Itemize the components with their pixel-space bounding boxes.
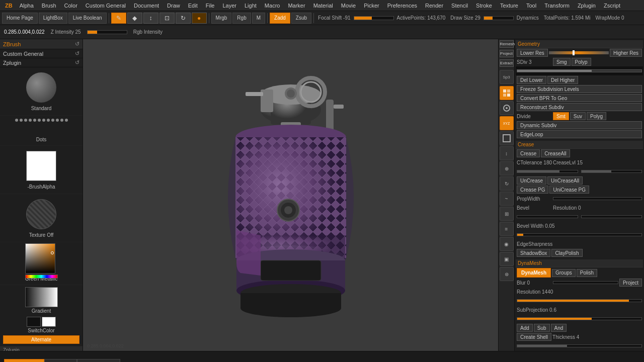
custom-general-refresh[interactable]: ↺	[75, 50, 79, 57]
loop-icon[interactable]	[500, 101, 514, 115]
prop-width-slider[interactable]	[553, 197, 642, 200]
rotate-icon[interactable]: ↻	[176, 13, 191, 24]
higher-res-button[interactable]: Higher Res	[610, 49, 642, 57]
menu-document[interactable]: Document	[130, 2, 163, 10]
reconstruct-subdiv-button[interactable]: Reconstruct Subdiv	[517, 103, 642, 111]
dynamesh-button[interactable]: DynaMesh	[517, 268, 551, 278]
tab-live-boolean[interactable]: Live Boolean	[77, 359, 120, 363]
sub-button[interactable]: Sub	[534, 324, 550, 332]
menu-texture[interactable]: Texture	[496, 2, 522, 10]
resolution-slider[interactable]	[581, 215, 642, 218]
suv-button[interactable]: Suv	[570, 112, 586, 120]
menu-macro[interactable]: Macro	[261, 2, 284, 10]
lightbox-button[interactable]: LightBox	[39, 13, 67, 24]
del-lower-button[interactable]: Del Lower	[517, 76, 546, 84]
gizmoxyz-icon[interactable]: XYZ	[500, 116, 514, 130]
menu-stencil[interactable]: Stencil	[447, 2, 472, 10]
menu-render[interactable]: Render	[421, 2, 447, 10]
crease-all-button[interactable]: CreaseAll	[541, 149, 570, 157]
spc-icon[interactable]: ⊛	[500, 267, 514, 281]
live-boolean-button[interactable]: Live Boolean	[68, 13, 107, 24]
dynamic-subdiv-button[interactable]: Dynamic Subdiv	[517, 121, 642, 129]
menu-marker[interactable]: Marker	[284, 2, 309, 10]
zsub-button[interactable]: Zsub	[291, 13, 311, 24]
menu-transform[interactable]: Transform	[540, 2, 574, 10]
clay-polish-button[interactable]: ClayPolish	[551, 249, 582, 257]
project-button-dyn[interactable]: Project	[619, 279, 642, 287]
tab-home[interactable]: Home Page	[4, 359, 44, 363]
alternate-button[interactable]: Alternate	[3, 335, 79, 344]
ctolerance-slider[interactable]	[517, 170, 578, 173]
remesh-button[interactable]: Remesh	[500, 40, 514, 48]
menu-movie[interactable]: Movie	[337, 2, 360, 10]
draw-icon[interactable]: ◆	[127, 13, 142, 24]
menu-picker[interactable]: Picker	[360, 2, 383, 10]
shadow-box-button[interactable]: ShadowBox	[517, 249, 550, 257]
frame-icon[interactable]	[500, 131, 514, 145]
smg-button[interactable]: Smg	[553, 58, 571, 66]
zplugin-refresh[interactable]: ↺	[75, 59, 79, 66]
dynamesh-title[interactable]: DynaMesh	[516, 259, 643, 267]
smt-button[interactable]: Smt	[553, 112, 569, 120]
rgb-label[interactable]: Rgb	[232, 13, 251, 24]
menu-light[interactable]: Light	[240, 2, 261, 10]
bevel-slider[interactable]	[517, 215, 578, 218]
convert-bpr-button[interactable]: Convert BPR To Geo	[517, 94, 642, 102]
lower-res-button[interactable]: Lower Res	[517, 49, 548, 57]
scale-icon[interactable]: ⊡	[159, 13, 175, 24]
canvas-area[interactable]: 0.285.0.004,0.022	[83, 39, 498, 351]
blur-icon[interactable]: ◉	[500, 237, 514, 251]
z-intensity-slider[interactable]	[87, 30, 127, 34]
smth-icon[interactable]: ~	[500, 192, 514, 206]
m-label[interactable]: M	[252, 13, 265, 24]
crease-button[interactable]: Crease	[517, 149, 540, 157]
and-button[interactable]: And	[551, 324, 567, 332]
menu-edit[interactable]: Edit	[184, 2, 202, 10]
add-button[interactable]: Add	[517, 324, 533, 332]
move-icon[interactable]: ↕	[143, 13, 158, 24]
material-refresh-icon[interactable]: ↺	[75, 41, 79, 47]
edit-icon[interactable]: ✎	[111, 13, 126, 24]
polyg-button[interactable]: Polyg	[587, 112, 606, 120]
crease-title[interactable]: Crease	[516, 141, 643, 149]
polish-button[interactable]: Polish	[577, 269, 597, 277]
viewport[interactable]	[83, 39, 498, 351]
menu-alpha[interactable]: Alpha	[16, 2, 38, 10]
subprojection-slider[interactable]	[517, 317, 642, 320]
bevel-width-slider[interactable]	[517, 233, 642, 236]
hue-slider[interactable]	[25, 275, 58, 279]
home-page-button[interactable]: Home Page	[2, 13, 38, 24]
stk-icon[interactable]: ≡	[500, 222, 514, 236]
black-swatch[interactable]	[27, 317, 41, 327]
menu-custom-general[interactable]: Custom General	[82, 2, 130, 10]
menu-zplugin[interactable]: Zplugin	[574, 2, 600, 10]
menu-material[interactable]: Material	[309, 2, 337, 10]
menu-stroke[interactable]: Stroke	[472, 2, 496, 10]
project-button[interactable]: Project	[500, 50, 514, 57]
menu-layer[interactable]: Layer	[218, 2, 240, 10]
spdiv-icon[interactable]: Sp3	[500, 70, 514, 84]
sphere-icon[interactable]: ●	[192, 13, 207, 24]
menu-brush[interactable]: Brush	[38, 2, 60, 10]
uncrease-pg-button[interactable]: UniCrease PG	[549, 186, 589, 194]
menu-file[interactable]: File	[202, 2, 219, 10]
del-higher-button[interactable]: Del Higher	[547, 76, 578, 84]
color-square[interactable]	[25, 243, 55, 274]
menu-draw[interactable]: Draw	[163, 2, 184, 10]
menu-tool[interactable]: Tool	[522, 2, 540, 10]
rotpal-icon[interactable]: ↻	[500, 176, 514, 191]
edge-loop-button[interactable]: EdgeLoop	[517, 130, 642, 138]
stmp-icon[interactable]: ⊞	[500, 207, 514, 221]
menu-preferences[interactable]: Preferences	[383, 2, 421, 10]
polyp-button[interactable]: Polyp	[572, 58, 591, 66]
crease-pg-button[interactable]: Crease PG	[517, 186, 548, 194]
resolution-dyn-slider[interactable]	[517, 299, 642, 302]
polyp-icon[interactable]	[500, 86, 514, 100]
white-swatch[interactable]	[42, 317, 56, 327]
menu-zscript[interactable]: Zscript	[600, 2, 624, 10]
color-picker-area[interactable]	[25, 243, 58, 276]
tab-lightbox[interactable]: LightBox	[44, 359, 77, 363]
move-icon-right[interactable]: ↕	[500, 146, 514, 160]
extract-button[interactable]: Extract	[500, 59, 514, 67]
uncrease-button[interactable]: UnCrease	[517, 176, 546, 185]
